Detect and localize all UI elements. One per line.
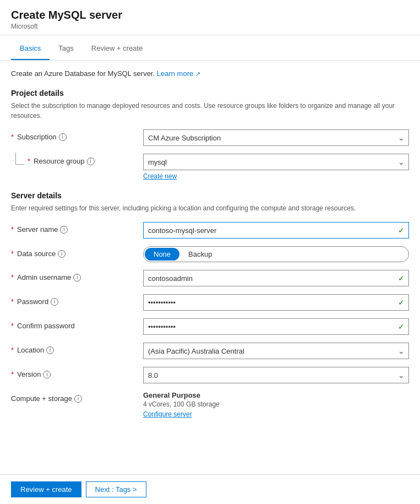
- password-valid-icon: ✓: [398, 298, 405, 307]
- server-name-row: * Server name i ✓: [11, 222, 409, 239]
- location-control: (Asia Pacific) Australia Central: [143, 343, 409, 359]
- data-source-control: None Backup: [143, 246, 409, 262]
- data-source-info-icon[interactable]: i: [58, 250, 66, 258]
- data-source-label: * Data source i: [11, 246, 143, 258]
- tab-basics[interactable]: Basics: [11, 37, 50, 60]
- data-source-none-btn[interactable]: None: [145, 248, 179, 261]
- resource-group-right: mysql Create new: [143, 154, 409, 180]
- location-info-icon[interactable]: i: [46, 346, 54, 354]
- server-details-description: Enter required settings for this server,…: [11, 203, 409, 213]
- location-label: * Location i: [11, 343, 143, 354]
- subscription-control: CM Azure Subscription: [143, 129, 409, 146]
- server-name-valid-icon: ✓: [398, 226, 405, 235]
- data-source-backup-btn[interactable]: Backup: [179, 248, 221, 261]
- compute-description: 4 vCores, 100 GB storage: [143, 400, 409, 408]
- external-link-icon: ↗: [195, 71, 200, 77]
- page-title: Create MySQL server: [11, 9, 409, 21]
- project-details-title: Project details: [11, 89, 409, 97]
- subscription-required: *: [11, 133, 14, 141]
- password-label: * Password i: [11, 294, 143, 306]
- password-info-icon[interactable]: i: [51, 298, 58, 306]
- password-required: *: [11, 297, 14, 306]
- data-source-required: *: [11, 250, 14, 258]
- compute-storage-info-icon[interactable]: i: [74, 395, 82, 403]
- server-name-input[interactable]: [143, 222, 409, 239]
- admin-username-label: * Admin username i: [11, 270, 143, 281]
- password-input[interactable]: [143, 294, 409, 311]
- version-required: *: [11, 370, 14, 378]
- footer: Review + create Next : Tags >: [0, 474, 420, 504]
- admin-username-control: ✓: [143, 270, 409, 286]
- confirm-password-control: ✓: [143, 318, 409, 335]
- server-name-label: * Server name i: [11, 222, 143, 234]
- confirm-password-required: *: [11, 322, 14, 330]
- admin-username-row: * Admin username i ✓: [11, 270, 409, 286]
- resource-group-select[interactable]: mysql: [143, 154, 409, 170]
- subscription-select[interactable]: CM Azure Subscription: [143, 129, 409, 146]
- confirm-password-valid-icon: ✓: [398, 322, 405, 331]
- admin-username-required: *: [11, 273, 14, 281]
- resource-group-info-icon[interactable]: i: [87, 158, 95, 165]
- subscription-info-icon[interactable]: i: [59, 133, 67, 141]
- subscription-label: * Subscription i: [11, 129, 143, 141]
- main-content: Create an Azure Database for MySQL serve…: [0, 61, 420, 435]
- compute-tier: General Purpose: [143, 391, 409, 399]
- version-label: * Version i: [11, 367, 143, 378]
- resource-group-label-wrapper: * Resource group i: [11, 154, 143, 165]
- version-select[interactable]: 8.0 5.7: [143, 367, 409, 383]
- data-source-toggle-group: None Backup: [143, 246, 409, 262]
- password-row: * Password i ✓: [11, 294, 409, 311]
- location-select[interactable]: (Asia Pacific) Australia Central: [143, 343, 409, 359]
- next-tags-button[interactable]: Next : Tags >: [86, 481, 146, 497]
- project-details-description: Select the subscription to manage deploy…: [11, 101, 409, 121]
- admin-username-info-icon[interactable]: i: [73, 274, 81, 281]
- page-subtitle: Microsoft: [11, 23, 409, 30]
- resource-group-row: * Resource group i mysql Create new: [11, 154, 409, 180]
- tab-tags[interactable]: Tags: [50, 37, 82, 60]
- resource-group-select-wrapper: mysql: [143, 154, 409, 170]
- server-name-info-icon[interactable]: i: [60, 226, 68, 234]
- version-control: 8.0 5.7: [143, 367, 409, 383]
- location-row: * Location i (Asia Pacific) Australia Ce…: [11, 343, 409, 359]
- location-required: *: [11, 346, 14, 354]
- page-header: Create MySQL server Microsoft: [0, 0, 420, 35]
- confirm-password-label: * Confirm password: [11, 318, 143, 330]
- review-create-button[interactable]: Review + create: [11, 481, 81, 497]
- server-details-title: Server details: [11, 191, 409, 200]
- page-description: Create an Azure Database for MySQL serve…: [11, 69, 409, 78]
- compute-storage-row: Compute + storage i General Purpose 4 vC…: [11, 391, 409, 418]
- server-name-required: *: [11, 225, 14, 234]
- admin-username-input[interactable]: [143, 270, 409, 286]
- confirm-password-input[interactable]: [143, 318, 409, 335]
- resource-group-label: * Resource group i: [28, 157, 95, 165]
- compute-storage-control: General Purpose 4 vCores, 100 GB storage…: [143, 391, 409, 418]
- learn-more-link[interactable]: Learn more ↗: [157, 69, 200, 78]
- resource-group-required: *: [28, 157, 30, 165]
- confirm-password-row: * Confirm password ✓: [11, 318, 409, 335]
- admin-username-valid-icon: ✓: [398, 274, 405, 283]
- tab-bar: Basics Tags Review + create: [0, 37, 420, 61]
- version-info-icon[interactable]: i: [43, 371, 51, 378]
- subscription-row: * Subscription i CM Azure Subscription: [11, 129, 409, 146]
- data-source-row: * Data source i None Backup: [11, 246, 409, 262]
- tab-review-create[interactable]: Review + create: [83, 37, 152, 60]
- password-control: ✓: [143, 294, 409, 311]
- configure-server-link[interactable]: Configure server: [143, 410, 192, 418]
- server-name-control: ✓: [143, 222, 409, 239]
- compute-storage-label: Compute + storage i: [11, 391, 143, 403]
- version-row: * Version i 8.0 5.7: [11, 367, 409, 383]
- create-new-resource-group-link[interactable]: Create new: [143, 172, 177, 180]
